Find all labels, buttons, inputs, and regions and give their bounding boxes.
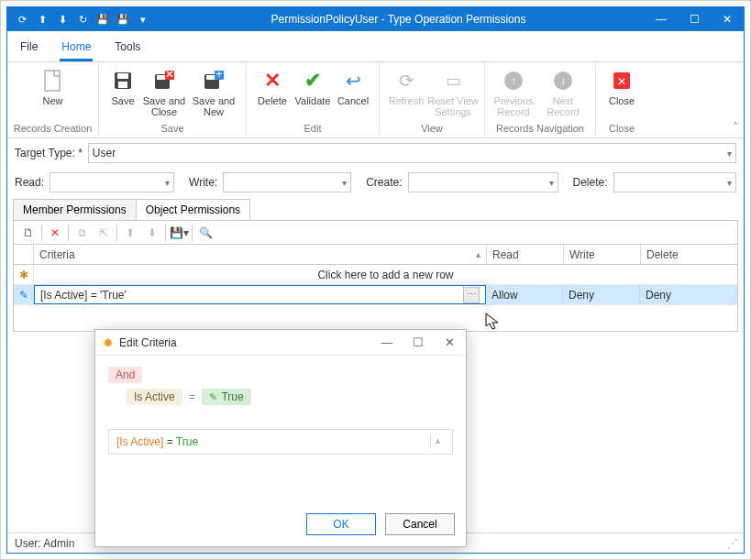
edit-indicator-icon: ✎ (14, 285, 34, 304)
col-read[interactable]: Read (487, 245, 564, 264)
delete-cell[interactable]: Deny (640, 285, 737, 304)
maximize-button[interactable]: ☐ (678, 7, 711, 31)
group-view: View (421, 121, 443, 136)
create-combo[interactable]: ▾ (408, 172, 558, 192)
tab-member-permissions[interactable]: Member Permissions (13, 199, 137, 220)
tab-object-permissions[interactable]: Object Permissions (136, 199, 250, 220)
dialog-maximize-button[interactable]: ☐ (409, 334, 427, 352)
tab-file[interactable]: File (18, 37, 39, 61)
menu-tabs: File Home Tools (7, 31, 744, 62)
grid-up-icon[interactable]: ⬆ (119, 223, 141, 243)
qat-refresh-icon[interactable]: ⟳ (13, 10, 31, 28)
cancel-button[interactable]: ↩ Cancel (333, 66, 373, 119)
grid-export-icon[interactable]: ⇱ (93, 223, 115, 243)
criteria-field-token[interactable]: Is Active (127, 389, 182, 405)
expr-field: [Is Active] (116, 435, 163, 448)
dialog-title: Edit Criteria (119, 336, 177, 349)
chevron-down-icon: ▾ (727, 178, 732, 188)
dialog-close-button[interactable]: ✕ (440, 334, 458, 352)
qat-save-icon[interactable]: 💾 (94, 10, 112, 28)
svg-rect-3 (118, 82, 127, 88)
resize-grip-icon[interactable]: ⋰ (727, 537, 736, 550)
qat-down-icon[interactable]: ⬇ (53, 10, 72, 28)
reset-view-icon: ▭ (440, 68, 466, 93)
chevron-down-icon: ▾ (165, 178, 170, 188)
edit-criteria-dialog: ✸ Edit Criteria — ☐ ✕ And Is Active = ✎T… (94, 329, 467, 547)
save-button[interactable]: Save (105, 66, 141, 119)
validate-button[interactable]: ✔ Validate (293, 66, 333, 119)
ribbon: New Records Creation Save ✕ Save and Clo… (7, 62, 744, 138)
ok-button[interactable]: OK (306, 513, 376, 535)
write-cell[interactable]: Deny (563, 285, 640, 304)
expr-value: True (176, 435, 198, 448)
criteria-value-token[interactable]: ✎True (202, 389, 250, 405)
delete-combo[interactable]: ▾ (613, 172, 736, 192)
qat-sync-icon[interactable]: ↻ (73, 10, 92, 28)
permissions-grid: 🗋 ✕ ⧉ ⇱ ⬆ ⬇ 💾▾ 🔍 Criteria▴ Read Write De… (13, 220, 738, 332)
save-new-icon: + (201, 68, 226, 93)
svg-rect-9 (206, 75, 215, 80)
sort-asc-icon: ▴ (476, 249, 480, 259)
next-record-button[interactable]: ↓ Next Record (536, 66, 590, 119)
undo-icon: ↩ (340, 68, 366, 93)
svg-text:✕: ✕ (165, 70, 174, 81)
read-combo[interactable]: ▾ (50, 172, 174, 192)
criteria-expression-box[interactable]: [Is Active] = True ▲ (108, 429, 453, 455)
close-button[interactable]: ✕ Close (602, 66, 642, 119)
title-bar: ⟳ ⬆ ⬇ ↻ 💾 💾 ▾ PermissionPolicyUser - Typ… (7, 7, 744, 31)
grid-clone-icon[interactable]: ⧉ (71, 223, 93, 243)
tab-home[interactable]: Home (60, 37, 93, 61)
next-record-icon: ↓ (550, 68, 576, 93)
group-records-creation: Records Creation (14, 121, 93, 136)
delete-button[interactable]: ✕ Delete (252, 66, 293, 119)
grid-preview-icon[interactable]: 🔍 (194, 223, 216, 243)
delete-label: Delete: (573, 176, 608, 189)
ribbon-collapse-icon[interactable]: ˄ (733, 121, 738, 134)
pencil-icon: ✎ (209, 391, 217, 402)
svg-text:+: + (215, 70, 222, 81)
criteria-ellipsis-button[interactable]: ⋯ (463, 287, 480, 303)
target-type-combo[interactable]: User ▾ (88, 143, 736, 163)
gear-icon: ✸ (103, 335, 114, 350)
svg-text:↑: ↑ (511, 74, 516, 87)
dialog-minimize-button[interactable]: — (378, 334, 396, 352)
save-close-icon: ✕ (151, 68, 177, 93)
close-window-button[interactable]: ✕ (711, 7, 744, 31)
grid-new-icon[interactable]: 🗋 (17, 223, 39, 243)
new-button[interactable]: New (12, 66, 94, 119)
grid-save-layout-icon[interactable]: 💾▾ (168, 223, 190, 243)
new-row[interactable]: ✱ Click here to add a new row (14, 265, 737, 285)
tab-tools[interactable]: Tools (113, 37, 142, 61)
target-type-value: User (93, 147, 116, 159)
grid-delete-icon[interactable]: ✕ (44, 223, 66, 243)
col-write[interactable]: Write (564, 245, 641, 264)
qat-save-close-icon[interactable]: 💾 (114, 10, 132, 28)
grid-down-icon[interactable]: ⬇ (141, 223, 163, 243)
svg-text:↓: ↓ (560, 74, 566, 87)
group-nav: Records Navigation (496, 121, 584, 136)
qat-up-icon[interactable]: ⬆ (33, 10, 51, 28)
qat-dropdown-icon[interactable]: ▾ (134, 10, 152, 28)
col-delete[interactable]: Delete (641, 245, 737, 264)
table-row[interactable]: ✎ [Is Active] = 'True' ⋯ Allow Deny Deny (14, 285, 737, 305)
refresh-button[interactable]: ⟳ Refresh (385, 66, 427, 119)
read-label: Read: (15, 176, 44, 189)
read-cell[interactable]: Allow (486, 285, 563, 304)
svg-rect-2 (117, 73, 128, 79)
criteria-equals: = (189, 390, 195, 403)
save-new-button[interactable]: + Save and New (187, 66, 240, 119)
minimize-button[interactable]: — (645, 7, 678, 31)
reset-view-button[interactable]: ▭ Reset View Settings (427, 66, 479, 119)
save-close-button[interactable]: ✕ Save and Close (141, 66, 187, 119)
new-row-indicator-icon: ✱ (14, 265, 34, 284)
cancel-dialog-button[interactable]: Cancel (385, 513, 455, 535)
write-label: Write: (189, 176, 217, 189)
close-icon: ✕ (609, 68, 635, 93)
scroll-up-icon[interactable]: ▲ (430, 435, 445, 448)
col-criteria[interactable]: Criteria▴ (34, 245, 487, 264)
criteria-cell: [Is Active] = 'True' (40, 289, 127, 302)
prev-record-button[interactable]: ↑ Previous Record (491, 66, 536, 119)
write-combo[interactable]: ▾ (223, 172, 351, 192)
group-edit: Edit (304, 121, 322, 136)
criteria-group-operator[interactable]: And (108, 367, 142, 383)
